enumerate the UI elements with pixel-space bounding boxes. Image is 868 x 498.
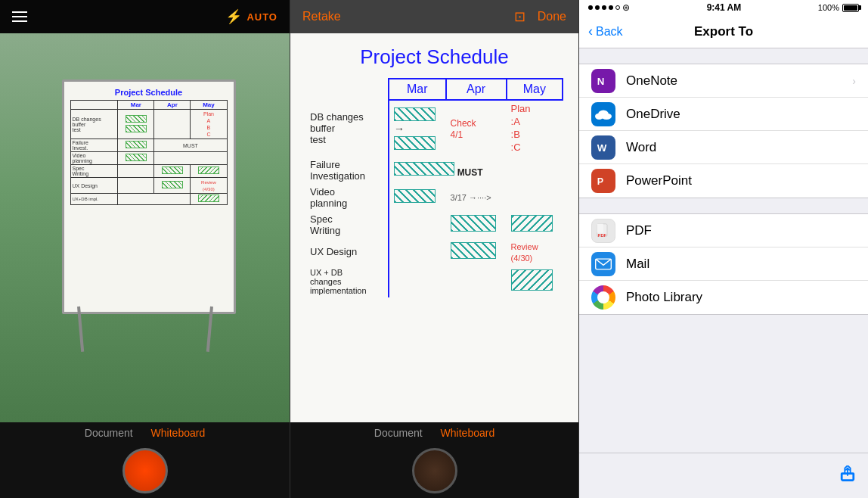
status-time: 9:41 AM [707, 2, 742, 13]
col-may: May [507, 79, 563, 100]
row2-cells: MUST [389, 157, 507, 184]
export-item-powerpoint[interactable]: P PowerPoint [579, 164, 868, 198]
battery-fill [844, 5, 857, 11]
whiteboard-preview-content: Project Schedule Mar Apr May DB changesb… [290, 33, 578, 422]
back-label: Back [596, 25, 623, 39]
back-chevron-icon: ‹ [588, 23, 593, 39]
export-item-pdf[interactable]: PDF PDF [579, 214, 868, 247]
row4-label: SpecWriting [305, 211, 389, 238]
svg-point-3 [598, 110, 609, 118]
auto-label: AUTO [246, 11, 277, 23]
onedrive-label: OneDrive [626, 107, 856, 122]
battery-icon [842, 4, 859, 12]
col-apr: Apr [446, 79, 507, 100]
done-button[interactable]: Done [538, 10, 566, 23]
preview-mode-tabs: Document Whiteboard [374, 427, 494, 439]
wifi-icon: ⊛ [622, 2, 630, 13]
export-item-onedrive[interactable]: OneDrive [579, 98, 868, 131]
svg-text:W: W [597, 142, 607, 154]
row5-mar [389, 238, 446, 266]
export-list: N OneNote › OneDrive W Word P [579, 48, 868, 453]
row6-label: UX + DBchangesimplementation [305, 266, 389, 297]
plan-text: Plan:A:B:C [511, 103, 558, 154]
row5-apr [446, 238, 507, 266]
signal-dots: ⊛ [588, 2, 630, 13]
row5-may: Review(4/30) [507, 238, 563, 266]
row4-apr [446, 211, 507, 238]
export-title: Export To [694, 24, 753, 39]
preview-header: Retake ⊡ Done [290, 0, 578, 33]
row4-may [507, 211, 563, 238]
col-mar: Mar [389, 79, 446, 100]
preview-bottom-bar: Document Whiteboard [290, 422, 578, 498]
row5-label: UX Design [305, 238, 389, 266]
pdf-icon: PDF [591, 219, 615, 243]
dot-2 [595, 5, 600, 10]
pdf-label: PDF [626, 223, 856, 238]
dot-3 [602, 5, 606, 10]
flash-icon: ⚡ [225, 8, 242, 25]
row1-may: Plan:A:B:C [507, 100, 563, 157]
preview-panel: Retake ⊡ Done Project Schedule Mar Apr M… [290, 0, 579, 498]
wb-enhanced-view: Project Schedule Mar Apr May DB changesb… [290, 33, 578, 422]
mail-label: Mail [626, 257, 856, 272]
svg-text:N: N [597, 76, 605, 87]
row6-mar [389, 266, 446, 297]
crop-icon[interactable]: ⊡ [514, 8, 525, 25]
camera-viewfinder: Project Schedule MarAprMay DB changesbuf… [0, 33, 290, 422]
row1-mar: → [389, 100, 446, 157]
wb-title: Project Schedule [70, 88, 228, 97]
status-bar: ⊛ 9:41 AM 100% [579, 0, 868, 15]
menu-icon[interactable] [12, 11, 27, 22]
preview-capture-button[interactable] [412, 448, 457, 493]
onenote-label: OneNote [626, 73, 852, 89]
wb-preview-title: Project Schedule [305, 45, 563, 69]
export-item-mail[interactable]: Mail [579, 247, 868, 281]
svg-text:P: P [597, 176, 603, 187]
dot-4 [609, 5, 613, 10]
dot-1 [588, 5, 593, 10]
row2-label: FailureInvestigation [305, 157, 389, 184]
photos-label: Photo Library [626, 290, 856, 305]
preview-mode-whiteboard[interactable]: Whiteboard [441, 427, 495, 439]
retake-button[interactable]: Retake [302, 10, 341, 23]
row1-apr: Check4/1 [446, 100, 507, 157]
word-label: Word [626, 140, 856, 155]
powerpoint-icon: P [591, 169, 615, 193]
share-button[interactable] [839, 465, 856, 487]
export-item-onenote[interactable]: N OneNote › [579, 64, 868, 98]
row3-label: Videoplanning [305, 184, 389, 211]
export-item-photos[interactable]: Photo Library [579, 281, 868, 314]
svg-text:PDF: PDF [598, 233, 607, 238]
row1-label: DB changesbuffertest [305, 100, 389, 157]
back-button[interactable]: ‹ Back [588, 23, 623, 39]
row2-may [507, 157, 563, 184]
mode-tabs: Document Whiteboard [85, 427, 205, 439]
camera-bottom-bar: Document Whiteboard [0, 422, 290, 498]
row3-apr-may: 3/17 →····> [446, 184, 563, 211]
mode-tab-whiteboard[interactable]: Whiteboard [151, 427, 206, 439]
export-nav-bar: ‹ Back Export To [579, 15, 868, 48]
capture-button[interactable] [122, 448, 168, 493]
export-section-2: PDF PDF Mail Photo Library [579, 213, 868, 315]
export-panel: ⊛ 9:41 AM 100% ‹ Back Export To N OneNot… [579, 0, 868, 498]
row4-mar [389, 211, 446, 238]
powerpoint-label: PowerPoint [626, 173, 856, 188]
camera-header: ⚡ AUTO [0, 0, 290, 33]
word-icon: W [591, 135, 615, 160]
svg-rect-7 [597, 223, 603, 232]
battery-percent: 100% [818, 3, 839, 12]
onenote-chevron-icon: › [852, 75, 856, 87]
export-section-1: N OneNote › OneDrive W Word P [579, 64, 868, 198]
row6-may [507, 266, 563, 297]
row3-mar [389, 184, 446, 211]
preview-mode-document[interactable]: Document [374, 427, 423, 439]
mail-icon [591, 252, 615, 276]
flash-control[interactable]: ⚡ AUTO [225, 8, 277, 25]
photos-icon [591, 285, 615, 310]
status-battery-area: 100% [818, 3, 859, 12]
onenote-icon: N [591, 69, 615, 93]
export-item-word[interactable]: W Word [579, 131, 868, 164]
crop-done-area: ⊡ Done [514, 8, 566, 25]
mode-tab-document[interactable]: Document [85, 427, 133, 439]
